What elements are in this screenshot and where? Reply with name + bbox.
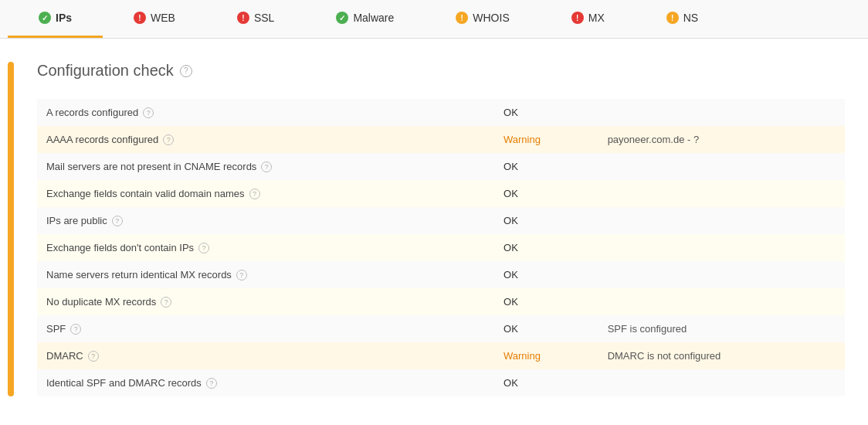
row-status-10: OK bbox=[494, 369, 598, 396]
help-icon-6[interactable]: ? bbox=[236, 270, 247, 280]
help-icon-7[interactable]: ? bbox=[161, 297, 171, 308]
row-detail-10 bbox=[598, 369, 845, 396]
row-status-2: OK bbox=[494, 153, 598, 180]
row-detail-7 bbox=[598, 288, 845, 315]
help-icon-0[interactable]: ? bbox=[143, 107, 154, 118]
row-detail-1: payoneer.com.de - ? bbox=[598, 126, 845, 153]
help-icon-1[interactable]: ? bbox=[163, 134, 174, 145]
row-status-6: OK bbox=[494, 261, 598, 288]
row-label-1: AAAA records configured? bbox=[37, 126, 494, 153]
row-label-5: Exchange fields don't contain IPs? bbox=[37, 234, 494, 261]
tab-ips[interactable]: ✓ IPs bbox=[8, 0, 103, 38]
mx-status-icon: ! bbox=[571, 12, 584, 24]
tab-mx-label: MX bbox=[588, 12, 605, 24]
section-help-icon[interactable]: ? bbox=[180, 65, 192, 77]
help-icon-8[interactable]: ? bbox=[70, 324, 81, 335]
row-label-8: SPF? bbox=[37, 315, 494, 342]
tab-ips-label: IPs bbox=[56, 12, 72, 24]
config-table: A records configured?OKAAAA records conf… bbox=[37, 99, 845, 396]
row-status-9: Warning bbox=[494, 342, 598, 369]
tab-malware-label: Malware bbox=[353, 12, 394, 24]
help-icon-4[interactable]: ? bbox=[112, 216, 123, 226]
row-label-9: DMARC? bbox=[37, 342, 494, 369]
help-icon-5[interactable]: ? bbox=[198, 243, 209, 253]
row-detail-0 bbox=[598, 99, 845, 126]
help-icon-9[interactable]: ? bbox=[88, 351, 99, 362]
row-label-4: IPs are public? bbox=[37, 207, 494, 234]
tab-web-label: WEB bbox=[151, 12, 175, 24]
accent-bar bbox=[8, 62, 14, 396]
row-label-6: Name servers return identical MX records… bbox=[37, 261, 494, 288]
row-status-5: OK bbox=[494, 234, 598, 261]
row-detail-2 bbox=[598, 153, 845, 180]
row-detail-3 bbox=[598, 180, 845, 207]
malware-status-icon: ✓ bbox=[336, 12, 348, 24]
section-title: Configuration check ? bbox=[37, 62, 845, 80]
row-label-0: A records configured? bbox=[37, 99, 494, 126]
row-status-3: OK bbox=[494, 180, 598, 207]
help-icon-3[interactable]: ? bbox=[249, 189, 260, 199]
ips-status-icon: ✓ bbox=[39, 12, 51, 24]
row-label-10: Identical SPF and DMARC records? bbox=[37, 369, 494, 396]
row-status-4: OK bbox=[494, 207, 598, 234]
content-area: Configuration check ? A records configur… bbox=[37, 62, 845, 396]
whois-status-icon: ! bbox=[456, 12, 468, 24]
tab-mx[interactable]: ! MX bbox=[541, 0, 636, 38]
row-status-0: OK bbox=[494, 99, 598, 126]
help-icon-2[interactable]: ? bbox=[261, 162, 272, 172]
row-detail-5 bbox=[598, 234, 845, 261]
row-detail-9: DMARC is not configured bbox=[598, 342, 845, 369]
ssl-status-icon: ! bbox=[237, 12, 249, 24]
row-detail-4 bbox=[598, 207, 845, 234]
ns-status-icon: ! bbox=[666, 12, 679, 24]
row-detail-6 bbox=[598, 261, 845, 288]
tab-ssl-label: SSL bbox=[254, 12, 274, 24]
row-label-2: Mail servers are not present in CNAME re… bbox=[37, 153, 494, 180]
row-label-7: No duplicate MX records? bbox=[37, 288, 494, 315]
row-label-3: Exchange fields contain valid domain nam… bbox=[37, 180, 494, 207]
tab-navigation: ✓ IPs ! WEB ! SSL ✓ Malware ! WHOIS ! MX… bbox=[0, 0, 868, 39]
web-status-icon: ! bbox=[134, 12, 146, 24]
row-status-8: OK bbox=[494, 315, 598, 342]
tab-ns[interactable]: ! NS bbox=[636, 0, 729, 38]
tab-ssl[interactable]: ! SSL bbox=[206, 0, 305, 38]
page-wrapper: Configuration check ? A records configur… bbox=[0, 39, 868, 420]
tab-web[interactable]: ! WEB bbox=[103, 0, 206, 38]
tab-ns-label: NS bbox=[683, 12, 698, 24]
row-status-1: Warning bbox=[494, 126, 598, 153]
row-detail-8: SPF is configured bbox=[598, 315, 845, 342]
row-status-7: OK bbox=[494, 288, 598, 315]
tab-whois[interactable]: ! WHOIS bbox=[425, 0, 540, 38]
help-icon-10[interactable]: ? bbox=[206, 378, 217, 389]
tab-whois-label: WHOIS bbox=[473, 12, 509, 24]
tab-malware[interactable]: ✓ Malware bbox=[305, 0, 425, 38]
